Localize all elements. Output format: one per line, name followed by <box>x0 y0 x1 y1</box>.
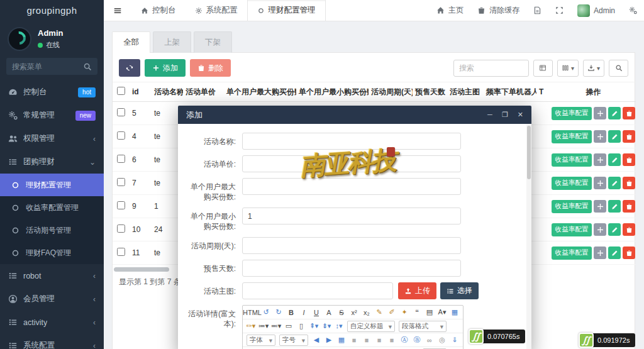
row-checkbox[interactable] <box>117 155 125 163</box>
photo-input[interactable] <box>242 282 393 299</box>
related-button[interactable] <box>594 247 606 259</box>
rate-config-button[interactable]: 收益率配置 <box>552 200 592 213</box>
rate-config-button[interactable]: 收益率配置 <box>552 130 592 143</box>
editor-anchor-icon[interactable]: ◎ <box>436 335 448 346</box>
related-button[interactable] <box>594 153 606 166</box>
upload-button[interactable]: 上传 <box>398 282 436 299</box>
editor-touppercase-icon[interactable]: Ⓐ <box>399 335 410 346</box>
sidebar-item-理财FAQ管理[interactable]: 理财FAQ管理 <box>0 241 104 264</box>
topbar-清除缓存-button[interactable]: 清除缓存 <box>470 0 526 21</box>
export-button[interactable]: ▾ <box>583 60 604 77</box>
sidebar-item-robot[interactable]: robot‹ <box>0 264 104 287</box>
horizontal-scrollbar[interactable] <box>114 267 169 272</box>
editor-bold-icon[interactable]: B <box>286 307 297 318</box>
tab-理财配置管理[interactable]: 理财配置管理 <box>247 0 326 21</box>
editor-formatmatch-icon[interactable]: ✐ <box>386 307 397 318</box>
editor-eraser-icon[interactable]: ✎ <box>374 307 385 318</box>
refresh-button[interactable] <box>119 59 140 77</box>
editor-simpleupload-icon[interactable]: ▦ <box>449 307 460 318</box>
delete-row-button[interactable] <box>623 107 635 119</box>
menu-toggle-button[interactable] <box>104 0 131 21</box>
editor-forecolor-icon[interactable]: A▾ <box>436 307 448 318</box>
topbar-Admin-button[interactable]: Admin <box>570 0 622 21</box>
dialog-header[interactable]: 添加 ─ ❐ ✕ <box>178 106 531 124</box>
sidebar-item-活动期号管理[interactable]: 活动期号管理 <box>0 219 104 241</box>
rate-config-button[interactable]: 收益率配置 <box>552 247 592 260</box>
sidebar-item-权限管理[interactable]: 权限管理‹ <box>0 127 104 150</box>
editor-fontborder-icon[interactable]: A <box>323 307 335 318</box>
maximize-icon[interactable]: ❐ <box>502 111 508 118</box>
editor-tolowercase-icon[interactable]: ⓐ <box>411 335 423 346</box>
sidebar-item-团购理财[interactable]: 团购理财⌄ <box>0 150 104 174</box>
editor-subscript-icon[interactable]: x₂ <box>361 307 372 318</box>
delete-row-button[interactable] <box>623 247 635 259</box>
topbar-language-button[interactable] <box>526 0 548 21</box>
editor-redo-icon[interactable]: ↻ <box>273 307 284 318</box>
edit-button[interactable] <box>608 177 621 189</box>
field-input-2[interactable] <box>242 178 461 195</box>
delete-row-button[interactable] <box>623 153 635 166</box>
editor-underline-icon[interactable]: U <box>311 307 322 318</box>
editor-ordered-list-icon[interactable]: ≔▾ <box>258 321 269 332</box>
related-button[interactable] <box>594 223 606 236</box>
row-checkbox[interactable] <box>117 248 125 256</box>
filter-tab-下架[interactable]: 下架 <box>194 31 232 53</box>
editor-rowspacing-top-icon[interactable]: ⇞▾ <box>308 321 319 332</box>
editor-autotypeset-icon[interactable]: ✦ <box>399 307 410 318</box>
editor-undo-icon[interactable]: ↺ <box>260 307 272 318</box>
rate-config-button[interactable]: 收益率配置 <box>552 107 592 120</box>
editor-justify-right-icon[interactable]: ≡ <box>374 335 385 346</box>
editor-justify-center-icon[interactable]: ≡ <box>361 335 372 346</box>
row-checkbox[interactable] <box>117 131 125 140</box>
related-button[interactable] <box>594 177 606 189</box>
field-input-1[interactable] <box>242 155 461 172</box>
sidebar-search-input[interactable] <box>12 62 79 71</box>
editor-wordimage-icon[interactable]: ⇓ <box>449 335 460 346</box>
edit-button[interactable] <box>608 130 621 143</box>
editor-justify-left-icon[interactable]: ≡ <box>348 335 360 346</box>
field-input-3[interactable] <box>242 208 461 224</box>
row-checkbox[interactable] <box>117 224 125 233</box>
editor-dir-rtl-icon[interactable]: ▶ <box>323 335 335 346</box>
editor-dropdown-size[interactable]: 字号▾ <box>279 335 308 346</box>
editor-lineheight-icon[interactable]: ↕▾ <box>333 321 345 332</box>
editor-pagebreak-icon[interactable]: ▦ <box>336 335 347 346</box>
tab-控制台[interactable]: 控制台 <box>131 0 186 21</box>
field-input-0[interactable] <box>242 133 461 150</box>
columns-button[interactable]: ▾ <box>557 60 579 77</box>
editor-unordered-list-icon[interactable]: ≕▾ <box>270 321 282 332</box>
row-checkbox[interactable] <box>117 201 125 209</box>
add-button[interactable]: 添加 <box>145 59 186 77</box>
delete-row-button[interactable] <box>623 130 635 143</box>
editor-scrawl-icon[interactable]: ✏▾ <box>245 321 257 332</box>
filter-tab-上架[interactable]: 上架 <box>153 31 191 53</box>
table-search-input[interactable] <box>453 60 529 77</box>
editor-superscript-icon[interactable]: x² <box>348 307 360 318</box>
row-checkbox[interactable] <box>117 178 125 186</box>
editor-pasteplain-icon[interactable]: ▤ <box>424 307 435 318</box>
edit-button[interactable] <box>608 153 621 166</box>
related-button[interactable] <box>594 200 606 213</box>
dialog-scrollbar[interactable] <box>526 125 531 349</box>
field-input-4[interactable] <box>242 237 461 254</box>
tab-系统配置[interactable]: 系统配置 <box>186 0 247 21</box>
sidebar-item-activity[interactable]: activity‹ <box>0 311 104 334</box>
delete-row-button[interactable] <box>623 177 635 189</box>
editor-source-icon[interactable]: HTML <box>245 307 259 318</box>
sidebar-item-控制台[interactable]: 控制台hot <box>0 80 104 104</box>
topbar-主页-button[interactable]: 主页 <box>430 0 470 21</box>
topbar-cogs-button[interactable] <box>622 0 644 21</box>
editor-selectall-icon[interactable]: ▭ <box>283 321 294 332</box>
choose-button[interactable]: 选择 <box>440 282 479 299</box>
delete-row-button[interactable] <box>623 200 635 213</box>
debug-trace-badge[interactable]: ∬ 0.070765s <box>469 329 525 344</box>
editor-rowspacing-bottom-icon[interactable]: ⇟▾ <box>321 321 332 332</box>
editor-blockquote-icon[interactable]: ❝ <box>411 307 423 318</box>
edit-button[interactable] <box>608 247 621 259</box>
editor-italic-icon[interactable]: I <box>298 307 309 318</box>
editor-dropdown-paragraph[interactable]: 段落格式▾ <box>399 321 447 332</box>
editor-link-icon[interactable]: ∞ <box>424 335 435 346</box>
debug-trace-badge[interactable]: ∬ 0.091972s <box>579 333 635 348</box>
richtext-editor[interactable]: HTML↺↻BIUASx²x₂✎✐✦❝▤A▾▦✏▾≔▾≕▾▭▯⇞▾⇟▾↕▾自定义… <box>242 305 464 349</box>
edit-button[interactable] <box>608 107 621 119</box>
